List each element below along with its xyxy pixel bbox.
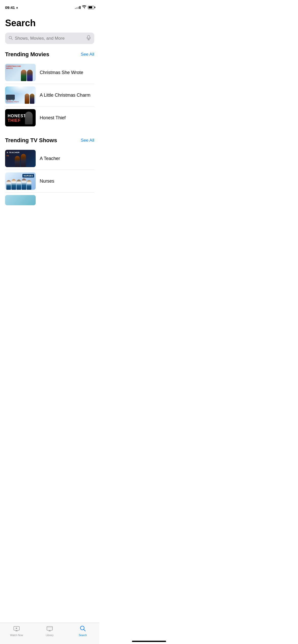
trending-movies-header: Trending Movies See All xyxy=(5,51,94,58)
trending-tv-list: A Teacher Nurses xyxy=(5,147,94,208)
tv-title-a-teacher: A Teacher xyxy=(40,156,94,161)
status-time: 09:41 ▲ xyxy=(5,5,18,10)
thumbnail-nurses xyxy=(5,172,36,190)
thumbnail-christmas-she-wrote xyxy=(5,64,36,81)
trending-movies-title: Trending Movies xyxy=(5,51,49,58)
svg-line-1 xyxy=(11,38,13,40)
search-icon xyxy=(9,36,13,41)
wifi-icon xyxy=(82,5,86,9)
movie-title-little-christmas-charm: A Little Christmas Charm xyxy=(40,93,94,98)
page-title: Search xyxy=(5,18,94,28)
status-bar: 09:41 ▲ xyxy=(0,0,99,13)
trending-movies-see-all[interactable]: See All xyxy=(81,52,94,57)
signal-icon xyxy=(75,6,80,9)
tv-item-partial[interactable] xyxy=(5,193,94,208)
movie-item-little-christmas-charm[interactable]: A Little Christmas Charm xyxy=(5,84,94,107)
movie-title-christmas-she-wrote: Christmas She Wrote xyxy=(40,70,94,75)
thumbnail-honest-thief xyxy=(5,109,36,126)
status-right xyxy=(75,5,94,9)
movie-item-honest-thief[interactable]: Honest Thief xyxy=(5,107,94,129)
location-icon: ▲ xyxy=(16,6,18,9)
trending-tv-title: Trending TV Shows xyxy=(5,137,57,144)
tv-item-a-teacher[interactable]: A Teacher xyxy=(5,147,94,170)
main-content: Search Trending Movies See All xyxy=(0,13,99,239)
movie-item-christmas-she-wrote[interactable]: Christmas She Wrote xyxy=(5,61,94,84)
thumbnail-little-christmas-charm xyxy=(5,86,36,104)
svg-rect-2 xyxy=(88,35,90,38)
trending-tv-header: Trending TV Shows See All xyxy=(5,137,94,144)
tv-item-nurses[interactable]: Nurses xyxy=(5,170,94,193)
search-input[interactable] xyxy=(15,36,85,41)
battery-icon xyxy=(88,6,94,9)
trending-movies-list: Christmas She Wrote A Little Christmas C… xyxy=(5,61,94,129)
thumbnail-partial xyxy=(5,195,36,205)
trending-tv-see-all[interactable]: See All xyxy=(81,138,94,143)
thumbnail-a-teacher xyxy=(5,150,36,167)
tv-title-nurses: Nurses xyxy=(40,179,94,184)
movie-title-honest-thief: Honest Thief xyxy=(40,115,94,121)
search-bar[interactable] xyxy=(5,33,94,44)
mic-icon[interactable] xyxy=(87,35,91,41)
